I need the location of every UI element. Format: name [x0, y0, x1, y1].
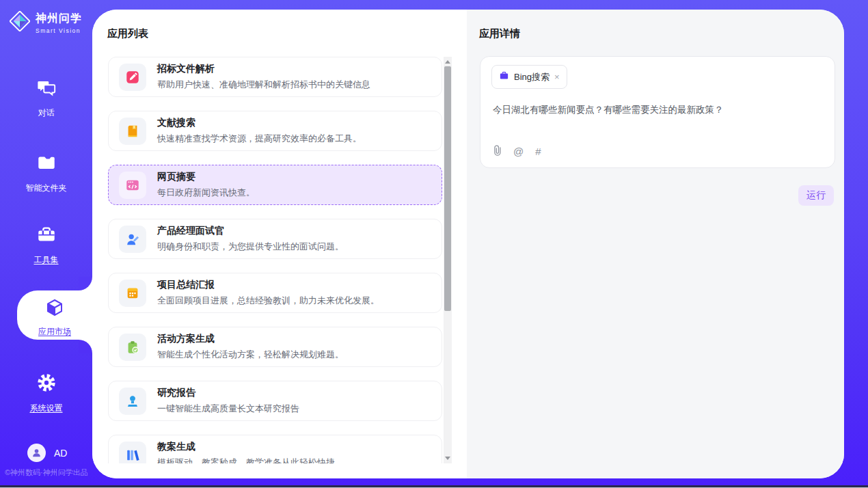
avatar	[27, 444, 46, 462]
paperclip-icon[interactable]	[493, 145, 502, 157]
app-name: 项目总结汇报	[157, 279, 379, 291]
main-content: 应用列表 招标文件解析 帮助用户快速、准确地理解和解析招标书中的关键信息	[92, 10, 844, 478]
sidebar-item-label: 应用市场	[38, 326, 71, 338]
app-desc: 帮助用户快速、准确地理解和解析招标书中的关键信息	[157, 79, 370, 91]
clipboard-check-icon	[119, 334, 146, 361]
app-card-lesson-plan[interactable]: 教案生成 模板驱动，教案秒成，教学准备从此轻松快捷	[108, 435, 442, 463]
folder-icon	[0, 152, 92, 176]
tool-chip-bing-search[interactable]: Bing搜索 ×	[491, 65, 567, 89]
sidebar-item-chat[interactable]: 对话	[0, 77, 92, 119]
bottom-strip	[0, 485, 868, 488]
close-icon[interactable]: ×	[554, 72, 560, 81]
app-desc: 智能生成个性化活动方案，轻松解决规划难题。	[157, 349, 344, 361]
app-desc: 每日政府新闻资讯快查。	[157, 187, 255, 199]
books-icon	[119, 442, 146, 464]
app-card-project-summary[interactable]: 项目总结汇报 全面回顾项目进展，总结经验教训，助力未来优化发展。	[108, 273, 442, 313]
app-list: 招标文件解析 帮助用户快速、准确地理解和解析招标书中的关键信息 文献搜索 快速精…	[108, 57, 442, 463]
app-name: 研究报告	[157, 387, 299, 399]
bubble-fillet-top	[79, 277, 92, 290]
app-card-web-summary[interactable]: 网页摘要 每日政府新闻资讯快查。	[108, 165, 442, 205]
sidebar-item-settings[interactable]: 系统设置	[0, 372, 92, 414]
browser-code-icon	[119, 172, 146, 199]
app-name: 网页摘要	[157, 171, 255, 183]
app-card-activity-plan[interactable]: 活动方案生成 智能生成个性化活动方案，轻松解决规划难题。	[108, 327, 442, 367]
prompt-card[interactable]: Bing搜索 × 今日湖北有哪些新闻要点？有哪些需要关注的最新政策？ @ #	[480, 56, 835, 168]
gear-icon	[0, 372, 92, 396]
cube-icon	[17, 297, 92, 322]
app-name: 产品经理面试官	[157, 225, 344, 237]
mention-icon[interactable]: @	[513, 146, 524, 157]
app-card-research-report[interactable]: 研究报告 一键智能生成高质量长文本研究报告	[108, 381, 442, 421]
app-list-title: 应用列表	[107, 27, 148, 40]
brand-tagline: Smart Vision	[36, 27, 82, 34]
sidebar-item-label: 对话	[38, 107, 55, 119]
logo-diamond-icon	[10, 11, 30, 34]
app-card-bid-parsing[interactable]: 招标文件解析 帮助用户快速、准确地理解和解析招标书中的关键信息	[108, 57, 442, 97]
list-scrollbar[interactable]	[444, 57, 452, 463]
app-desc: 模板驱动，教案秒成，教学准备从此轻松快捷	[157, 457, 335, 463]
sidebar-item-label: 智能文件夹	[26, 182, 67, 194]
app-card-literature-search[interactable]: 文献搜索 快速精准查找学术资源，提高研究效率的必备工具。	[108, 111, 442, 151]
chip-label: Bing搜索	[514, 71, 550, 83]
app-card-pm-interviewer[interactable]: 产品经理面试官 明确身份和职责，为您提供专业性的面试问题。	[108, 219, 442, 259]
chat-icon	[0, 77, 92, 100]
scrollbar-up-arrow-icon[interactable]	[445, 60, 450, 64]
toolbox-icon	[0, 224, 92, 247]
app-list-panel: 应用列表 招标文件解析 帮助用户快速、准确地理解和解析招标书中的关键信息	[92, 10, 467, 478]
prompt-toolbar: @ #	[493, 145, 541, 157]
scrollbar-down-arrow-icon[interactable]	[445, 457, 450, 460]
app-name: 招标文件解析	[157, 63, 370, 75]
app-detail-panel: 应用详情 Bing搜索 × 今日湖北有哪些新闻要点？有哪些需要关注的最新政策？	[467, 10, 844, 478]
app-name: 文献搜索	[157, 117, 362, 129]
app-desc: 全面回顾项目进展，总结经验教训，助力未来优化发展。	[157, 295, 379, 307]
book-icon	[119, 118, 146, 145]
app-desc: 明确身份和职责，为您提供专业性的面试问题。	[157, 241, 344, 253]
report-note-icon	[119, 280, 146, 307]
copyright-text: ©神州数码·神州问学出品	[5, 467, 88, 478]
sidebar: 神州问学 Smart Vision 对话 智能文件夹	[0, 0, 92, 488]
user-account[interactable]: AD	[27, 444, 67, 462]
sidebar-item-app-market[interactable]: 应用市场	[17, 290, 92, 340]
app-detail-title: 应用详情	[479, 27, 520, 40]
ink-stamp-icon	[119, 388, 146, 415]
user-name: AD	[54, 448, 67, 459]
briefcase-icon	[499, 70, 509, 83]
brand: 神州问学 Smart Vision	[10, 11, 82, 34]
app-desc: 一键智能生成高质量长文本研究报告	[157, 403, 299, 415]
scrollbar-thumb[interactable]	[444, 66, 451, 311]
pencil-square-icon	[119, 64, 146, 91]
brand-name: 神州问学	[36, 12, 82, 26]
app-desc: 快速精准查找学术资源，提高研究效率的必备工具。	[157, 133, 362, 145]
bubble-fillet-bottom	[79, 340, 92, 353]
prompt-text[interactable]: 今日湖北有哪些新闻要点？有哪些需要关注的最新政策？	[493, 104, 724, 116]
sidebar-item-smart-folder[interactable]: 智能文件夹	[0, 152, 92, 194]
run-button[interactable]: 运行	[798, 185, 834, 206]
sidebar-item-label: 系统设置	[30, 403, 63, 414]
app-name: 教案生成	[157, 441, 335, 453]
sidebar-item-label: 工具集	[34, 254, 59, 266]
hashtag-icon[interactable]: #	[535, 146, 541, 157]
sidebar-item-toolset[interactable]: 工具集	[0, 224, 92, 266]
interviewer-icon	[119, 226, 146, 253]
app-name: 活动方案生成	[157, 333, 344, 345]
